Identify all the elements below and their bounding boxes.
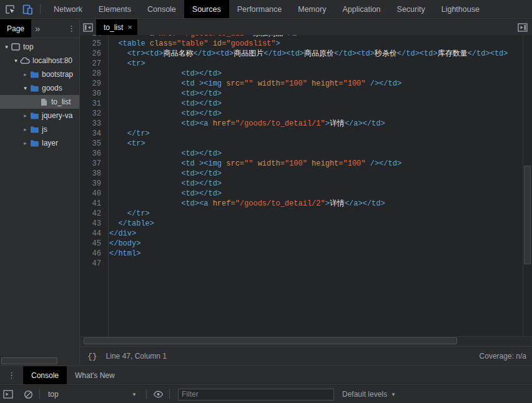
tree-expanded-arrow-icon[interactable]: ▾ (2, 44, 11, 50)
tree-expanded-arrow-icon[interactable]: ▾ (12, 57, 20, 64)
line-number[interactable]: 35 (80, 139, 105, 149)
line-number[interactable]: 41 (80, 199, 105, 209)
sidebar-item-layer[interactable]: ▸layer (0, 136, 79, 150)
source-code-text[interactable]: <td ><img src="" width="100" height="100… (105, 79, 401, 89)
source-code-text[interactable]: <table class="table" id="goodslist"> (105, 39, 280, 49)
sidebar-horizontal-scrollbar[interactable] (0, 357, 79, 365)
tab-network[interactable]: Network (46, 0, 91, 18)
source-code-text[interactable]: <td></td> (105, 109, 222, 119)
source-code-text[interactable]: <tr><td>商品名称</td><td>商品图片</td><td>商品原价</… (105, 49, 508, 59)
line-number[interactable]: 43 (80, 219, 105, 229)
execution-context-select[interactable]: top ▼ (43, 390, 143, 399)
source-code-text[interactable]: </div> (105, 229, 136, 239)
tab-elements[interactable]: Elements (91, 0, 139, 18)
tree-collapsed-arrow-icon[interactable]: ▸ (21, 71, 29, 77)
close-tab-icon[interactable]: × (127, 23, 132, 31)
source-code-text[interactable]: <td></td> (105, 179, 222, 189)
sidebar-item-top[interactable]: ▾top (0, 40, 79, 54)
line-number[interactable]: 32 (80, 109, 105, 119)
drawer-tab-console[interactable]: Console (23, 366, 67, 384)
editor-vertical-scrollbar-thumb[interactable] (524, 166, 531, 264)
source-code-text[interactable]: </tr> (105, 129, 150, 139)
source-code-text[interactable]: <td><a href="/goods/to_detail/1">详情</a><… (105, 119, 385, 129)
sidebar-item-js[interactable]: ▸js (0, 122, 79, 136)
editor-tab-label: to_list (104, 23, 123, 32)
levels-label: Default levels (342, 390, 387, 399)
source-code-text[interactable]: <td></td> (105, 169, 222, 179)
log-levels-select[interactable]: Default levels ▼ (342, 390, 396, 399)
line-number[interactable]: 47 (80, 259, 105, 269)
source-editor-pane: to_list × 24 <a href="/goods/to_add">添加商… (80, 19, 532, 366)
console-sidebar-icon[interactable] (0, 387, 16, 401)
clear-console-icon[interactable] (20, 387, 36, 401)
tree-collapsed-arrow-icon[interactable]: ▸ (21, 140, 29, 146)
sidebar-item-jquery-va[interactable]: ▸jquery-va (0, 109, 79, 122)
source-code-text[interactable]: <td ><img src="" width="100" height="100… (105, 159, 401, 169)
tab-console[interactable]: Console (139, 0, 184, 18)
tab-security[interactable]: Security (389, 0, 433, 18)
tab-performance[interactable]: Performance (229, 0, 290, 18)
source-code-text[interactable]: <td></td> (105, 89, 222, 99)
editor-horizontal-scrollbar[interactable] (81, 336, 531, 346)
source-code-text[interactable]: </body> (105, 239, 140, 249)
source-code-text[interactable]: <td></td> (105, 189, 222, 199)
show-debugger-icon[interactable] (513, 19, 532, 35)
sidebar-item-to-list[interactable]: to_list (0, 95, 79, 109)
console-filter-input[interactable] (178, 389, 334, 401)
line-number[interactable]: 27 (80, 59, 105, 69)
console-toolbar-divider (169, 389, 170, 399)
tab-sources[interactable]: Sources (184, 0, 229, 18)
line-number[interactable]: 29 (80, 79, 105, 89)
line-number[interactable]: 40 (80, 189, 105, 199)
inspect-icon[interactable] (4, 3, 16, 16)
tab-memory[interactable]: Memory (290, 0, 334, 18)
code-editor[interactable]: 24 <a href="/goods/to_add">添加商品</a>25 <t… (80, 35, 532, 336)
live-expression-eye-icon[interactable] (150, 387, 166, 401)
line-number[interactable]: 36 (80, 149, 105, 159)
device-toolbar-icon[interactable] (21, 3, 34, 16)
tree-collapsed-arrow-icon[interactable]: ▸ (21, 126, 29, 132)
sidebar-item-bootstrap[interactable]: ▸bootstrap (0, 67, 79, 81)
drawer-tab-what-s-new[interactable]: What's New (67, 366, 123, 384)
line-number[interactable]: 45 (80, 239, 105, 249)
tree-item-label: layer (42, 139, 58, 147)
hide-navigator-icon[interactable] (80, 19, 96, 35)
sidebar-item-localhost-80[interactable]: ▾localhost:80 (0, 54, 79, 67)
editor-tab-to-list[interactable]: to_list × (96, 19, 137, 35)
source-code-text[interactable]: </table> (105, 219, 154, 229)
line-number[interactable]: 28 (80, 69, 105, 79)
line-number[interactable]: 34 (80, 129, 105, 139)
source-code-text[interactable]: </html> (105, 249, 140, 259)
editor-hscrollbar-thumb[interactable] (84, 337, 457, 344)
tab-lighthouse[interactable]: Lighthouse (433, 0, 488, 18)
source-code-text[interactable]: <td><a href="/goods/to_detail/2">详情</a><… (105, 199, 385, 209)
line-number[interactable]: 26 (80, 49, 105, 59)
sidebar-scrollbar-thumb[interactable] (1, 357, 57, 364)
tree-collapsed-arrow-icon[interactable]: ▸ (21, 112, 29, 119)
pretty-print-icon[interactable]: {} (80, 352, 106, 361)
line-number[interactable]: 44 (80, 229, 105, 239)
line-number[interactable]: 39 (80, 179, 105, 189)
drawer-tabs: ConsoleWhat's New (23, 366, 123, 384)
line-number[interactable]: 25 (80, 39, 105, 49)
source-code-text[interactable]: <tr> (105, 139, 145, 149)
source-code-text[interactable]: <tr> (105, 59, 145, 69)
source-code-text[interactable]: </tr> (105, 209, 150, 219)
tree-expanded-arrow-icon[interactable]: ▾ (21, 85, 29, 91)
line-number[interactable]: 46 (80, 249, 105, 259)
sidebar-item-goods[interactable]: ▾goods (0, 81, 79, 95)
more-tabs-icon[interactable]: » (31, 19, 43, 37)
line-number[interactable]: 30 (80, 89, 105, 99)
tab-application[interactable]: Application (334, 0, 388, 18)
line-number[interactable]: 42 (80, 209, 105, 219)
line-number[interactable]: 37 (80, 159, 105, 169)
source-code-text[interactable]: <td></td> (105, 99, 222, 109)
drawer-menu-icon[interactable]: ⋮ (0, 366, 23, 384)
source-code-text[interactable]: <td></td> (105, 69, 222, 79)
tab-page[interactable]: Page (0, 19, 31, 37)
line-number[interactable]: 33 (80, 119, 105, 129)
source-code-text[interactable]: <td></td> (105, 149, 222, 159)
line-number[interactable]: 31 (80, 99, 105, 109)
line-number[interactable]: 38 (80, 169, 105, 179)
navigator-menu-icon[interactable]: ⋮ (64, 19, 79, 37)
